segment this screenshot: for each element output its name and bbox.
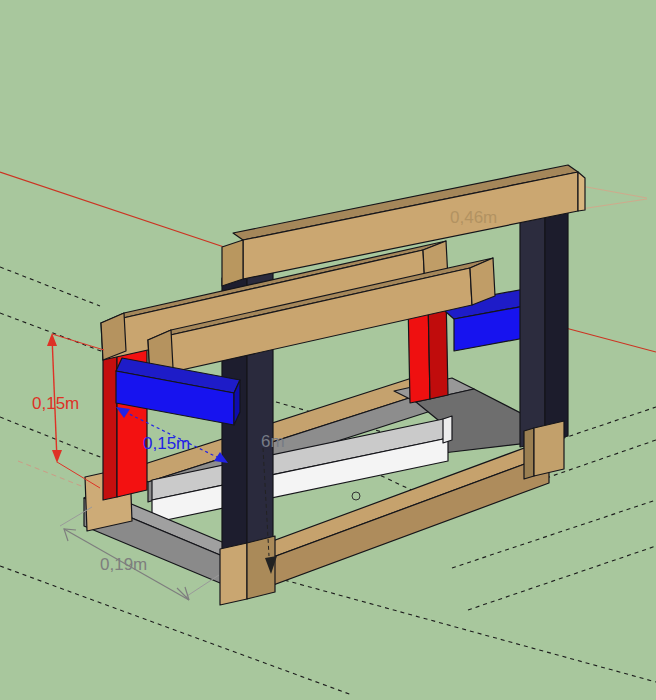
top-rail-back-right-cap [578,172,585,211]
dim-label-faint[interactable]: 0,46m [450,208,497,227]
dim-label-length-partial[interactable]: 6m [261,432,285,451]
right-navy-post-front-face [520,198,545,447]
left-red-post-side-face [103,349,117,500]
dim-label-depth[interactable]: 0,19m [100,555,147,574]
right-navy-post-side-face [545,192,568,442]
front-foot-left-face [220,543,247,605]
right-foot-front-face [534,421,564,476]
dim-label-height[interactable]: 0,15m [32,394,79,413]
top-rail-back-left-cap [222,240,243,286]
white-rail-end-cap [443,416,452,443]
dim-label-width[interactable]: 0,15m [143,434,190,453]
3d-scene-canvas[interactable]: 0,15m 0,15m 0,19m 6m 0,46m [0,0,656,700]
modeling-viewport[interactable]: 0,15m 0,15m 0,19m 6m 0,46m [0,0,656,700]
right-foot-side-face [524,428,534,479]
